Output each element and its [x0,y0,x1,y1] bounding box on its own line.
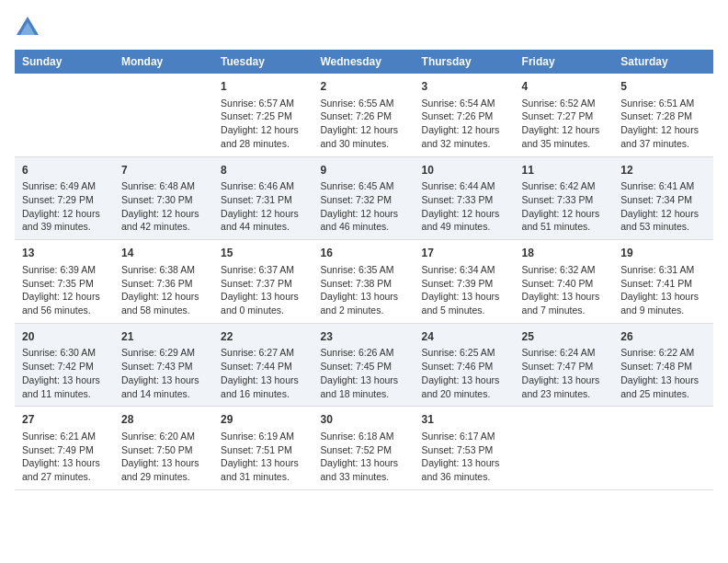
calendar-cell: 22Sunrise: 6:27 AM Sunset: 7:44 PM Dayli… [213,323,313,407]
day-number: 23 [320,329,406,345]
calendar-cell: 25Sunrise: 6:24 AM Sunset: 7:47 PM Dayli… [515,323,614,407]
day-number: 28 [121,412,206,428]
logo [15,15,44,40]
day-info: Sunrise: 6:30 AM Sunset: 7:42 PM Dayligh… [22,346,107,400]
day-number: 11 [522,163,607,178]
day-info: Sunrise: 6:37 AM Sunset: 7:37 PM Dayligh… [221,263,305,317]
day-number: 5 [620,79,706,95]
week-row-3: 13Sunrise: 6:39 AM Sunset: 7:35 PM Dayli… [15,240,713,324]
calendar-cell: 21Sunrise: 6:29 AM Sunset: 7:43 PM Dayli… [114,323,213,407]
day-info: Sunrise: 6:39 AM Sunset: 7:35 PM Dayligh… [22,263,107,317]
day-number: 12 [620,163,706,178]
calendar-cell: 1Sunrise: 6:57 AM Sunset: 7:25 PM Daylig… [213,74,313,156]
calendar-cell: 5Sunrise: 6:51 AM Sunset: 7:28 PM Daylig… [613,74,713,156]
day-info: Sunrise: 6:44 AM Sunset: 7:33 PM Dayligh… [422,179,507,234]
day-info: Sunrise: 6:42 AM Sunset: 7:33 PM Dayligh… [522,179,607,234]
day-number: 19 [620,246,706,261]
calendar-cell: 12Sunrise: 6:41 AM Sunset: 7:34 PM Dayli… [613,156,713,240]
week-row-2: 6Sunrise: 6:49 AM Sunset: 7:29 PM Daylig… [15,156,713,240]
calendar-cell: 20Sunrise: 6:30 AM Sunset: 7:42 PM Dayli… [15,323,114,407]
day-info: Sunrise: 6:38 AM Sunset: 7:36 PM Dayligh… [121,263,206,317]
day-number: 26 [620,329,706,345]
calendar-table: SundayMondayTuesdayWednesdayThursdayFrid… [15,50,713,490]
day-number: 25 [522,329,607,345]
day-info: Sunrise: 6:35 AM Sunset: 7:38 PM Dayligh… [320,263,406,317]
day-info: Sunrise: 6:17 AM Sunset: 7:53 PM Dayligh… [422,430,507,484]
calendar-cell: 19Sunrise: 6:31 AM Sunset: 7:41 PM Dayli… [613,240,713,324]
day-info: Sunrise: 6:48 AM Sunset: 7:30 PM Dayligh… [121,179,206,234]
day-number: 9 [320,163,406,178]
day-number: 17 [422,246,507,261]
day-number: 1 [221,79,305,95]
day-number: 6 [22,163,107,178]
week-row-4: 20Sunrise: 6:30 AM Sunset: 7:42 PM Dayli… [15,323,713,407]
day-number: 18 [522,246,607,261]
header-wednesday: Wednesday [313,50,414,74]
day-info: Sunrise: 6:55 AM Sunset: 7:26 PM Dayligh… [320,97,406,151]
day-info: Sunrise: 6:21 AM Sunset: 7:49 PM Dayligh… [22,430,107,484]
day-info: Sunrise: 6:19 AM Sunset: 7:51 PM Dayligh… [221,430,305,484]
day-info: Sunrise: 6:45 AM Sunset: 7:32 PM Dayligh… [320,179,406,234]
day-number: 30 [320,412,406,428]
header-saturday: Saturday [613,50,713,74]
calendar-cell: 2Sunrise: 6:55 AM Sunset: 7:26 PM Daylig… [313,74,414,156]
day-info: Sunrise: 6:57 AM Sunset: 7:25 PM Dayligh… [221,97,305,151]
header-thursday: Thursday [415,50,515,74]
day-info: Sunrise: 6:27 AM Sunset: 7:44 PM Dayligh… [221,346,305,400]
calendar-cell: 23Sunrise: 6:26 AM Sunset: 7:45 PM Dayli… [313,323,414,407]
day-number: 13 [22,246,107,261]
day-info: Sunrise: 6:34 AM Sunset: 7:39 PM Dayligh… [422,263,507,317]
day-number: 7 [121,163,206,178]
calendar-cell: 16Sunrise: 6:35 AM Sunset: 7:38 PM Dayli… [313,240,414,324]
day-info: Sunrise: 6:52 AM Sunset: 7:27 PM Dayligh… [522,97,607,151]
header-monday: Monday [114,50,213,74]
logo-icon [15,15,40,40]
calendar-cell [15,74,114,156]
day-number: 27 [22,412,107,428]
day-info: Sunrise: 6:25 AM Sunset: 7:46 PM Dayligh… [422,346,507,400]
day-info: Sunrise: 6:51 AM Sunset: 7:28 PM Dayligh… [620,97,706,151]
day-info: Sunrise: 6:22 AM Sunset: 7:48 PM Dayligh… [620,346,706,400]
calendar-cell: 17Sunrise: 6:34 AM Sunset: 7:39 PM Dayli… [415,240,515,324]
calendar-cell: 4Sunrise: 6:52 AM Sunset: 7:27 PM Daylig… [515,74,614,156]
day-number: 15 [221,246,305,261]
day-number: 10 [422,163,507,178]
calendar-cell: 11Sunrise: 6:42 AM Sunset: 7:33 PM Dayli… [515,156,614,240]
day-number: 8 [221,163,305,178]
day-number: 20 [22,329,107,345]
day-info: Sunrise: 6:49 AM Sunset: 7:29 PM Dayligh… [22,179,107,234]
day-number: 24 [422,329,507,345]
page-header [15,15,713,40]
calendar-cell: 9Sunrise: 6:45 AM Sunset: 7:32 PM Daylig… [313,156,414,240]
day-info: Sunrise: 6:54 AM Sunset: 7:26 PM Dayligh… [422,97,507,151]
calendar-cell: 6Sunrise: 6:49 AM Sunset: 7:29 PM Daylig… [15,156,114,240]
calendar-cell [613,407,713,490]
calendar-cell: 27Sunrise: 6:21 AM Sunset: 7:49 PM Dayli… [15,407,114,490]
day-number: 16 [320,246,406,261]
calendar-cell: 26Sunrise: 6:22 AM Sunset: 7:48 PM Dayli… [613,323,713,407]
calendar-cell: 24Sunrise: 6:25 AM Sunset: 7:46 PM Dayli… [415,323,515,407]
day-number: 3 [422,79,507,95]
calendar-cell: 15Sunrise: 6:37 AM Sunset: 7:37 PM Dayli… [213,240,313,324]
calendar-cell: 31Sunrise: 6:17 AM Sunset: 7:53 PM Dayli… [415,407,515,490]
week-row-5: 27Sunrise: 6:21 AM Sunset: 7:49 PM Dayli… [15,407,713,490]
calendar-cell: 18Sunrise: 6:32 AM Sunset: 7:40 PM Dayli… [515,240,614,324]
day-number: 31 [422,412,507,428]
calendar-cell: 13Sunrise: 6:39 AM Sunset: 7:35 PM Dayli… [15,240,114,324]
calendar-header-row: SundayMondayTuesdayWednesdayThursdayFrid… [15,50,713,74]
header-sunday: Sunday [15,50,114,74]
day-number: 29 [221,412,305,428]
day-info: Sunrise: 6:31 AM Sunset: 7:41 PM Dayligh… [620,263,706,317]
day-info: Sunrise: 6:29 AM Sunset: 7:43 PM Dayligh… [121,346,206,400]
header-tuesday: Tuesday [213,50,313,74]
calendar-cell: 14Sunrise: 6:38 AM Sunset: 7:36 PM Dayli… [114,240,213,324]
day-number: 21 [121,329,206,345]
calendar-cell: 28Sunrise: 6:20 AM Sunset: 7:50 PM Dayli… [114,407,213,490]
day-info: Sunrise: 6:20 AM Sunset: 7:50 PM Dayligh… [121,430,206,484]
calendar-cell: 3Sunrise: 6:54 AM Sunset: 7:26 PM Daylig… [415,74,515,156]
day-number: 14 [121,246,206,261]
calendar-cell: 7Sunrise: 6:48 AM Sunset: 7:30 PM Daylig… [114,156,213,240]
calendar-cell: 8Sunrise: 6:46 AM Sunset: 7:31 PM Daylig… [213,156,313,240]
day-info: Sunrise: 6:41 AM Sunset: 7:34 PM Dayligh… [620,179,706,234]
day-info: Sunrise: 6:32 AM Sunset: 7:40 PM Dayligh… [522,263,607,317]
